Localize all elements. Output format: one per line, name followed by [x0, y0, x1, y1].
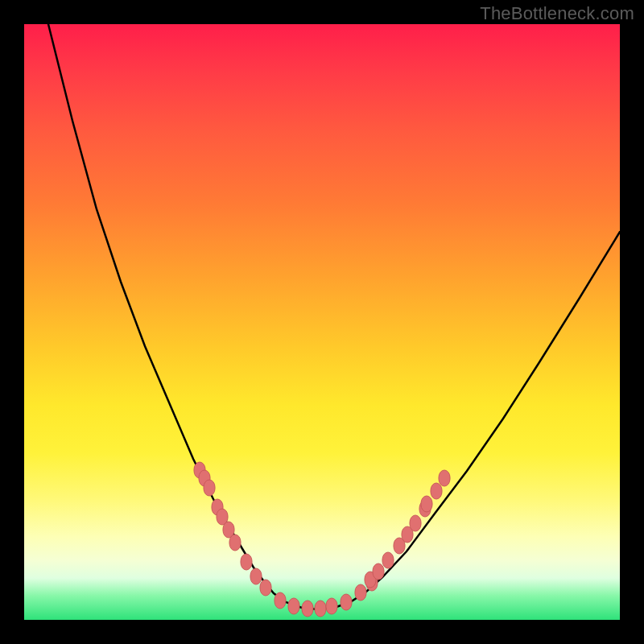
curve-marker [302, 601, 313, 617]
curve-marker [341, 594, 352, 610]
curve-marker [199, 470, 210, 486]
curve-marker [431, 483, 442, 499]
curve-marker [223, 522, 234, 538]
curve-marker [229, 535, 241, 551]
curve-markers [194, 462, 450, 617]
curve-marker [382, 552, 394, 568]
chart-root: TheBottleneck.com [0, 0, 644, 644]
curve-marker [402, 526, 413, 543]
bottleneck-curve-path [48, 24, 620, 609]
bottleneck-curve-svg [24, 24, 620, 620]
curve-marker [439, 470, 450, 486]
curve-marker [315, 601, 326, 617]
curve-marker [419, 501, 431, 517]
curve-marker [373, 564, 384, 580]
curve-marker [355, 584, 366, 601]
curve-marker [365, 572, 376, 588]
curve-marker [250, 568, 262, 584]
curve-marker [217, 509, 228, 525]
curve-marker [275, 592, 286, 609]
curve-marker [241, 554, 252, 570]
curve-marker [366, 575, 378, 591]
attribution-label: TheBottleneck.com [480, 3, 634, 24]
gradient-plot-area [24, 24, 620, 620]
curve-marker [326, 598, 337, 614]
curve-marker [204, 480, 215, 496]
curve-marker [288, 598, 299, 614]
curve-marker [194, 462, 205, 478]
curve-marker [410, 515, 421, 531]
curve-marker [212, 499, 223, 515]
curve-marker [394, 538, 405, 554]
curve-marker [260, 580, 271, 596]
curve-marker [421, 496, 432, 512]
